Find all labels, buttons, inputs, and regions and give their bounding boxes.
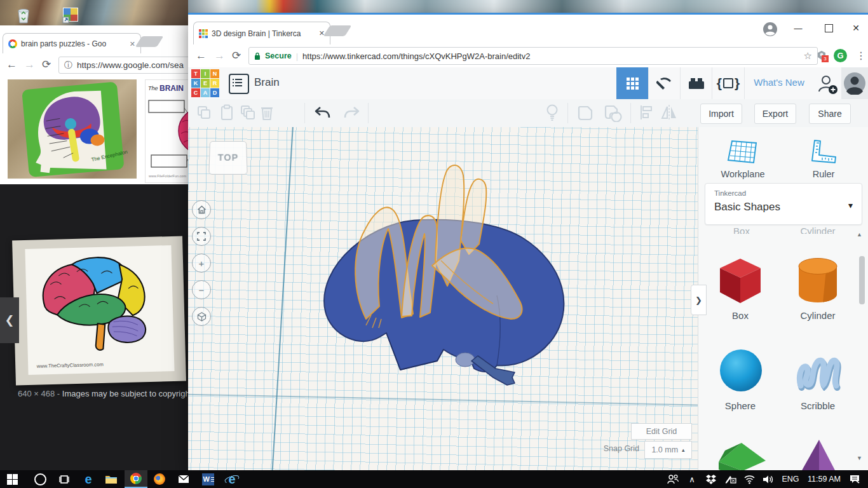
info-icon[interactable]: ⓘ bbox=[64, 60, 72, 71]
scroll-down-icon[interactable]: ▼ bbox=[857, 455, 862, 461]
dashboard-grid-button[interactable] bbox=[616, 67, 648, 99]
share-button[interactable]: Share bbox=[809, 104, 851, 124]
tk-forward-icon[interactable]: → bbox=[214, 50, 225, 61]
shape-cylinder[interactable] bbox=[795, 257, 841, 304]
group-button[interactable] bbox=[576, 104, 594, 125]
lightbox-prev-button[interactable]: ❮ bbox=[0, 297, 19, 343]
invite-user-button[interactable] bbox=[816, 72, 839, 95]
extension-icon[interactable]: 3 bbox=[815, 49, 829, 63]
browser-profile-icon[interactable] bbox=[762, 21, 778, 37]
edit-grid-button[interactable]: Edit Grid bbox=[631, 423, 692, 440]
align-button[interactable] bbox=[638, 104, 653, 123]
properties-list-icon[interactable] bbox=[229, 74, 249, 94]
delete-button[interactable] bbox=[260, 104, 274, 123]
tray-volume-icon[interactable] bbox=[759, 470, 778, 488]
shape-pyramid-partial[interactable] bbox=[800, 440, 837, 470]
tray-pen-icon[interactable] bbox=[721, 470, 740, 488]
shape-library-dropdown[interactable]: Tinkercad Basic Shapes ▾ bbox=[705, 183, 862, 225]
tray-dropbox-icon[interactable] bbox=[702, 470, 721, 488]
zoom-out-button[interactable]: − bbox=[192, 280, 211, 299]
workplane-tool[interactable]: Workplane bbox=[705, 139, 781, 179]
tk-browser-tab[interactable]: 3D design Brain | Tinkerca ✕ bbox=[193, 22, 330, 44]
edge-button[interactable]: e bbox=[79, 470, 98, 488]
import-button[interactable]: Import bbox=[700, 104, 742, 124]
minimize-button[interactable]: — bbox=[784, 17, 812, 39]
logo-tile: E bbox=[201, 79, 210, 88]
tk-reload-icon[interactable]: ⟳ bbox=[232, 50, 241, 61]
perspective-toggle-button[interactable] bbox=[192, 307, 211, 326]
minecraft-pickaxe-button[interactable] bbox=[648, 67, 681, 99]
whats-new-link[interactable]: What's New bbox=[750, 77, 808, 88]
paste-button[interactable] bbox=[220, 104, 234, 123]
bg-tab-close-icon[interactable]: ✕ bbox=[130, 40, 135, 48]
word-button[interactable]: W bbox=[198, 470, 217, 488]
shape-sphere[interactable] bbox=[719, 348, 763, 393]
codeblocks-button[interactable]: {} bbox=[712, 67, 745, 99]
window-close-button[interactable]: ✕ bbox=[844, 17, 868, 39]
mail-button[interactable] bbox=[174, 470, 193, 488]
internet-explorer-button[interactable]: e bbox=[222, 470, 241, 488]
snap-grid-dropdown[interactable]: 1.0 mm ▴ bbox=[644, 441, 692, 459]
file-explorer-button[interactable] bbox=[102, 470, 121, 488]
tk-tab-close-icon[interactable]: ✕ bbox=[319, 29, 325, 37]
chevron-up-icon: ∧ bbox=[689, 475, 695, 484]
lightbox-photo[interactable]: www.TheCraftyClassroom.com bbox=[12, 236, 186, 386]
tray-people-button[interactable] bbox=[663, 470, 682, 488]
undo-button[interactable] bbox=[314, 105, 330, 122]
lego-bricks-button[interactable] bbox=[680, 67, 712, 99]
toolbar-divider bbox=[630, 103, 631, 123]
cortana-button[interactable] bbox=[31, 470, 50, 488]
tk-address-bar[interactable]: Secure | https://www.tinkercad.com/thing… bbox=[248, 47, 818, 65]
photos-shortcut-icon[interactable] bbox=[61, 6, 80, 24]
tray-language[interactable]: ENG bbox=[778, 470, 803, 488]
brain-3d-model[interactable] bbox=[305, 159, 585, 400]
start-button[interactable] bbox=[3, 470, 22, 488]
mirror-button[interactable] bbox=[660, 104, 678, 123]
bg-address-bar[interactable]: ⓘ https://www.google.com/sea bbox=[58, 57, 188, 74]
fit-view-button[interactable] bbox=[192, 227, 211, 246]
view-cube[interactable]: TOP bbox=[208, 141, 247, 175]
redo-button[interactable] bbox=[344, 105, 360, 122]
ungroup-button[interactable] bbox=[604, 104, 624, 125]
result-image-worksheet[interactable]: The BRAIN www.FileFolderFun.com bbox=[145, 79, 188, 183]
firefox-button[interactable] bbox=[150, 470, 169, 488]
duplicate-button[interactable] bbox=[240, 105, 255, 123]
shape-box[interactable] bbox=[717, 257, 763, 304]
tray-clock[interactable]: 11:59 AM bbox=[803, 470, 845, 488]
chrome-icon bbox=[130, 473, 142, 484]
recycle-bin-icon[interactable] bbox=[15, 6, 32, 24]
ruler-tool[interactable]: Ruler bbox=[789, 139, 858, 179]
zoom-in-button[interactable]: + bbox=[192, 254, 211, 273]
result-image-green-puzzle[interactable]: The Encephalon bbox=[8, 79, 137, 179]
account-avatar[interactable] bbox=[841, 67, 868, 99]
tray-wifi-icon[interactable] bbox=[740, 470, 759, 488]
bg-forward-icon[interactable]: → bbox=[24, 59, 35, 70]
bg-reload-icon[interactable]: ⟳ bbox=[42, 59, 51, 70]
show-all-button[interactable] bbox=[545, 104, 559, 124]
bg-back-icon[interactable]: ← bbox=[6, 59, 17, 70]
tinkercad-logo[interactable]: T I N K E R C A D bbox=[191, 69, 219, 97]
grammarly-icon[interactable]: G bbox=[834, 49, 847, 62]
panel-collapse-handle[interactable]: ❯ bbox=[691, 285, 707, 315]
shape-scribble[interactable] bbox=[795, 353, 842, 391]
copy-button[interactable] bbox=[196, 105, 212, 123]
caret-down-icon: ▾ bbox=[848, 200, 853, 210]
secure-label: Secure bbox=[265, 51, 292, 60]
tray-overflow-chevron[interactable]: ∧ bbox=[682, 470, 702, 488]
bg-browser-tab[interactable]: brain parts puzzles - Goo ✕ bbox=[3, 33, 141, 54]
workplane-canvas[interactable]: TOP + − Edit Grid Snap Grid 1.0 mm ▴ bbox=[188, 127, 698, 470]
task-view-button[interactable] bbox=[55, 470, 74, 488]
browser-menu-icon[interactable]: ⋮ bbox=[856, 50, 866, 62]
maximize-button[interactable] bbox=[815, 17, 843, 39]
bookmark-star-icon[interactable]: ☆ bbox=[804, 50, 812, 62]
shape-roof-partial[interactable] bbox=[716, 442, 767, 470]
home-view-button[interactable] bbox=[192, 200, 211, 219]
scroll-up-icon[interactable]: ▲ bbox=[857, 231, 862, 238]
caption-sep: - bbox=[57, 389, 60, 398]
panel-scrollbar-thumb[interactable] bbox=[859, 256, 865, 304]
design-title[interactable]: Brain bbox=[254, 76, 280, 89]
export-button[interactable]: Export bbox=[754, 104, 796, 124]
action-center-button[interactable] bbox=[845, 470, 864, 488]
chrome-button-active[interactable] bbox=[125, 470, 147, 488]
tk-back-icon[interactable]: ← bbox=[196, 50, 207, 61]
